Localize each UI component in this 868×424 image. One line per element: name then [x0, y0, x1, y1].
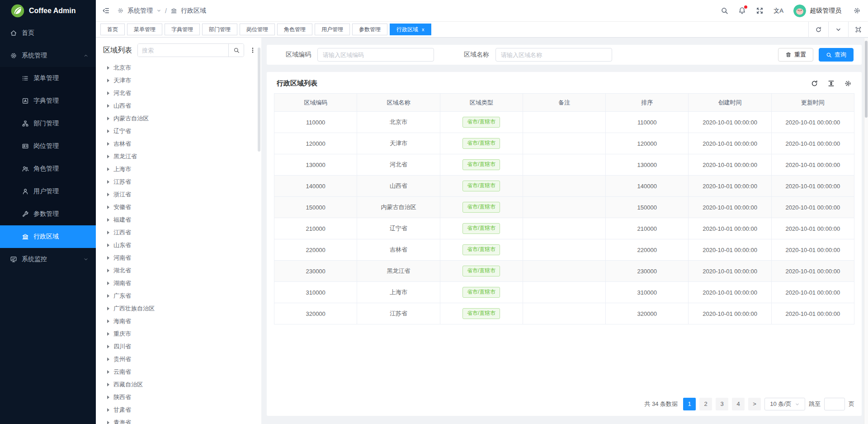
sidebar-item[interactable]: 系统监控 [0, 248, 96, 271]
column-settings-gear-icon[interactable] [844, 80, 852, 87]
name-input[interactable] [495, 48, 612, 62]
page-size-select[interactable]: 10 条/页 [764, 398, 805, 410]
caret-right-icon[interactable] [107, 243, 109, 247]
sidebar-subitem[interactable]: 角色管理 [0, 157, 96, 180]
jump-page-input[interactable] [824, 398, 845, 410]
tree-item[interactable]: 陕西省 [96, 391, 261, 404]
sidebar-item[interactable]: 首页 [0, 22, 96, 44]
tree-item[interactable]: 河南省 [96, 252, 261, 264]
sidebar-subitem[interactable]: 行政区域 [0, 225, 96, 248]
table-row[interactable]: 220000吉林省省市/直辖市2200002020-10-01 00:00:00… [274, 239, 854, 261]
caret-right-icon[interactable] [107, 231, 109, 234]
scrollbar-thumb[interactable] [865, 41, 868, 118]
table-row[interactable]: 210000辽宁省省市/直辖市2100002020-10-01 00:00:00… [274, 218, 854, 239]
caret-right-icon[interactable] [107, 104, 109, 108]
search-icon[interactable] [721, 7, 728, 14]
tree-item[interactable]: 山西省 [96, 100, 261, 112]
tree-scrollbar[interactable] [258, 48, 260, 152]
sidebar-subitem[interactable]: 用户管理 [0, 180, 96, 203]
row-density-icon[interactable] [827, 80, 835, 87]
caret-right-icon[interactable] [107, 357, 109, 361]
caret-right-icon[interactable] [107, 370, 109, 374]
tree-item[interactable]: 甘肃省 [96, 404, 261, 416]
fullscreen-icon[interactable] [756, 7, 764, 14]
page-button[interactable]: 4 [732, 398, 745, 410]
table-row[interactable]: 150000内蒙古自治区省市/直辖市1500002020-10-01 00:00… [274, 197, 854, 218]
page-button[interactable]: 2 [699, 398, 712, 410]
table-row[interactable]: 310000上海市省市/直辖市3100002020-10-01 00:00:00… [274, 282, 854, 303]
caret-right-icon[interactable] [107, 345, 109, 348]
caret-right-icon[interactable] [107, 193, 109, 196]
tab-item[interactable]: 角色管理 [277, 24, 312, 35]
tree-item[interactable]: 内蒙古自治区 [96, 112, 261, 125]
tree-item[interactable]: 贵州省 [96, 353, 261, 366]
tree-item[interactable]: 辽宁省 [96, 125, 261, 138]
tree-item[interactable]: 浙江省 [96, 188, 261, 201]
caret-right-icon[interactable] [107, 332, 109, 336]
tree-search-input[interactable] [138, 44, 228, 57]
table-row[interactable]: 140000山西省省市/直辖市1400002020-10-01 00:00:00… [274, 176, 854, 197]
app-logo[interactable]: Coffee Admin [0, 0, 96, 22]
caret-right-icon[interactable] [107, 408, 109, 412]
tree-item[interactable]: 吉林省 [96, 138, 261, 150]
next-page-button[interactable]: > [748, 398, 761, 410]
tab-close-icon[interactable]: x [422, 27, 425, 32]
caret-right-icon[interactable] [107, 79, 109, 82]
caret-right-icon[interactable] [107, 294, 109, 298]
tree-item[interactable]: 河北省 [96, 87, 261, 100]
caret-right-icon[interactable] [107, 319, 109, 323]
tab-item[interactable]: 岗位管理 [240, 24, 275, 35]
sidebar-subitem[interactable]: 菜单管理 [0, 67, 96, 90]
user-menu[interactable]: 超级管理员 [793, 5, 841, 17]
table-row[interactable]: 120000天津市省市/直辖市1200002020-10-01 00:00:00… [274, 133, 854, 154]
table-row[interactable]: 230000黑龙江省省市/直辖市2300002020-10-01 00:00:0… [274, 261, 854, 282]
tree-item[interactable]: 云南省 [96, 366, 261, 378]
caret-right-icon[interactable] [107, 281, 109, 285]
tree-item[interactable]: 广西壮族自治区 [96, 302, 261, 315]
sidebar-subitem[interactable]: 岗位管理 [0, 135, 96, 157]
tab-item[interactable]: 菜单管理 [127, 24, 162, 35]
caret-right-icon[interactable] [107, 66, 109, 70]
tree-item[interactable]: 上海市 [96, 163, 261, 176]
tree-item[interactable]: 山东省 [96, 239, 261, 252]
refresh-icon[interactable] [808, 22, 828, 38]
tree-item[interactable]: 天津市 [96, 74, 261, 87]
reset-button[interactable]: 重置 [778, 48, 813, 62]
caret-right-icon[interactable] [107, 383, 109, 386]
settings-gear-icon[interactable] [853, 7, 861, 14]
table-row[interactable]: 110000北京市省市/直辖市1100002020-10-01 00:00:00… [274, 112, 854, 133]
tree-search-button[interactable] [228, 44, 244, 57]
caret-right-icon[interactable] [107, 205, 109, 209]
caret-right-icon[interactable] [107, 129, 109, 133]
caret-right-icon[interactable] [107, 395, 109, 399]
table-row[interactable]: 320000江苏省省市/直辖市3200002020-10-01 00:00:00… [274, 303, 854, 324]
sidebar-subitem[interactable]: 字典管理 [0, 90, 96, 112]
sidebar-item[interactable]: 系统管理 [0, 44, 96, 67]
sidebar-subitem[interactable]: 参数管理 [0, 203, 96, 225]
caret-right-icon[interactable] [107, 91, 109, 95]
page-button[interactable]: 3 [716, 398, 728, 410]
caret-right-icon[interactable] [107, 142, 109, 146]
caret-right-icon[interactable] [107, 167, 109, 171]
bell-icon[interactable] [738, 7, 746, 14]
caret-right-icon[interactable] [107, 155, 109, 158]
maximize-icon[interactable] [848, 22, 868, 38]
translate-icon[interactable]: 文A [774, 7, 783, 15]
tree-item[interactable]: 福建省 [96, 214, 261, 226]
tree-item[interactable]: 安徽省 [96, 201, 261, 214]
menu-fold-icon[interactable] [102, 7, 110, 14]
tab-item[interactable]: 用户管理 [315, 24, 350, 35]
tree-item[interactable]: 西藏自治区 [96, 378, 261, 391]
tree-item[interactable]: 江苏省 [96, 176, 261, 188]
caret-right-icon[interactable] [107, 307, 109, 310]
table-row[interactable]: 130000河北省省市/直辖市1300002020-10-01 00:00:00… [274, 154, 854, 176]
query-button[interactable]: 查询 [819, 48, 854, 62]
caret-right-icon[interactable] [107, 421, 109, 424]
page-button[interactable]: 1 [683, 398, 696, 410]
caret-right-icon[interactable] [107, 218, 109, 222]
tab-item[interactable]: 部门管理 [202, 24, 237, 35]
caret-right-icon[interactable] [107, 269, 109, 272]
tree-item[interactable]: 湖南省 [96, 277, 261, 290]
tree-item[interactable]: 重庆市 [96, 328, 261, 340]
caret-right-icon[interactable] [107, 117, 109, 120]
